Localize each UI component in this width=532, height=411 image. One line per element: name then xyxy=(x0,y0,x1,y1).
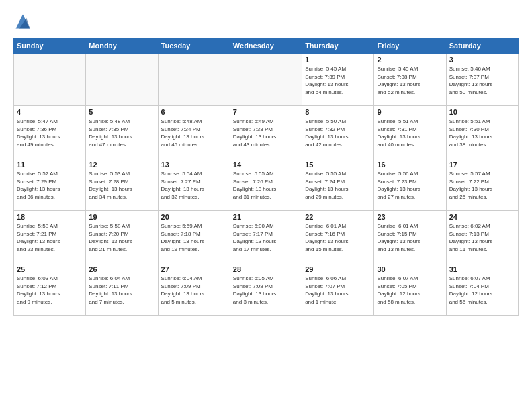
logo xyxy=(13,12,35,31)
calendar-cell: 22Sunrise: 6:01 AM Sunset: 7:16 PM Dayli… xyxy=(302,211,374,263)
calendar-cell: 27Sunrise: 6:04 AM Sunset: 7:09 PM Dayli… xyxy=(158,263,230,316)
day-number: 13 xyxy=(161,161,227,169)
calendar-cell: 16Sunrise: 5:56 AM Sunset: 7:23 PM Dayli… xyxy=(374,158,446,211)
calendar-cell: 11Sunrise: 5:52 AM Sunset: 7:29 PM Dayli… xyxy=(14,158,86,211)
cell-info: Sunrise: 5:55 AM Sunset: 7:24 PM Dayligh… xyxy=(305,170,371,201)
day-number: 6 xyxy=(161,108,227,116)
calendar-cell: 8Sunrise: 5:50 AM Sunset: 7:32 PM Daylig… xyxy=(302,106,374,158)
cell-info: Sunrise: 6:00 AM Sunset: 7:17 PM Dayligh… xyxy=(233,222,299,253)
day-number: 23 xyxy=(377,213,443,221)
cell-info: Sunrise: 5:46 AM Sunset: 7:37 PM Dayligh… xyxy=(449,65,515,96)
cell-info: Sunrise: 6:06 AM Sunset: 7:07 PM Dayligh… xyxy=(305,275,371,306)
calendar-cell: 13Sunrise: 5:54 AM Sunset: 7:27 PM Dayli… xyxy=(158,158,230,211)
day-number: 2 xyxy=(377,56,443,64)
cell-info: Sunrise: 6:03 AM Sunset: 7:12 PM Dayligh… xyxy=(17,275,83,306)
day-number: 8 xyxy=(305,108,371,116)
calendar-cell: 15Sunrise: 5:55 AM Sunset: 7:24 PM Dayli… xyxy=(302,158,374,211)
calendar-cell xyxy=(14,54,86,106)
cell-info: Sunrise: 5:55 AM Sunset: 7:26 PM Dayligh… xyxy=(233,170,299,201)
cell-info: Sunrise: 5:47 AM Sunset: 7:36 PM Dayligh… xyxy=(17,118,83,148)
day-number: 19 xyxy=(89,213,154,221)
day-number: 22 xyxy=(305,213,371,221)
cell-info: Sunrise: 5:45 AM Sunset: 7:38 PM Dayligh… xyxy=(377,65,443,96)
day-number: 11 xyxy=(17,161,83,169)
day-number: 5 xyxy=(89,108,154,116)
day-number: 28 xyxy=(233,265,299,273)
cell-info: Sunrise: 5:52 AM Sunset: 7:29 PM Dayligh… xyxy=(17,170,83,201)
calendar-week-row: 18Sunrise: 5:58 AM Sunset: 7:21 PM Dayli… xyxy=(14,211,519,263)
weekday-header: Monday xyxy=(86,38,158,54)
calendar-cell: 23Sunrise: 6:01 AM Sunset: 7:15 PM Dayli… xyxy=(374,211,446,263)
day-number: 29 xyxy=(305,265,371,273)
day-number: 18 xyxy=(17,213,83,221)
cell-info: Sunrise: 5:59 AM Sunset: 7:18 PM Dayligh… xyxy=(161,222,227,253)
day-number: 3 xyxy=(449,56,515,64)
calendar-cell: 6Sunrise: 5:48 AM Sunset: 7:34 PM Daylig… xyxy=(158,106,230,158)
calendar-cell: 24Sunrise: 6:02 AM Sunset: 7:13 PM Dayli… xyxy=(446,211,518,263)
cell-info: Sunrise: 5:51 AM Sunset: 7:31 PM Dayligh… xyxy=(377,118,443,148)
calendar-week-row: 25Sunrise: 6:03 AM Sunset: 7:12 PM Dayli… xyxy=(14,263,519,316)
weekday-header: Thursday xyxy=(302,38,374,54)
calendar-cell: 3Sunrise: 5:46 AM Sunset: 7:37 PM Daylig… xyxy=(446,54,518,106)
cell-info: Sunrise: 5:48 AM Sunset: 7:34 PM Dayligh… xyxy=(161,118,227,148)
cell-info: Sunrise: 5:58 AM Sunset: 7:20 PM Dayligh… xyxy=(89,222,154,253)
cell-info: Sunrise: 6:01 AM Sunset: 7:16 PM Dayligh… xyxy=(305,222,371,253)
calendar-cell: 2Sunrise: 5:45 AM Sunset: 7:38 PM Daylig… xyxy=(374,54,446,106)
calendar-cell: 19Sunrise: 5:58 AM Sunset: 7:20 PM Dayli… xyxy=(86,211,158,263)
cell-info: Sunrise: 6:04 AM Sunset: 7:11 PM Dayligh… xyxy=(89,275,154,306)
cell-info: Sunrise: 5:49 AM Sunset: 7:33 PM Dayligh… xyxy=(233,118,299,148)
cell-info: Sunrise: 6:02 AM Sunset: 7:13 PM Dayligh… xyxy=(449,222,515,253)
day-number: 25 xyxy=(17,265,83,273)
header xyxy=(13,12,519,31)
cell-info: Sunrise: 6:05 AM Sunset: 7:08 PM Dayligh… xyxy=(233,275,299,306)
calendar-week-row: 11Sunrise: 5:52 AM Sunset: 7:29 PM Dayli… xyxy=(14,158,519,211)
day-number: 10 xyxy=(449,108,515,116)
calendar-cell: 12Sunrise: 5:53 AM Sunset: 7:28 PM Dayli… xyxy=(86,158,158,211)
cell-info: Sunrise: 6:07 AM Sunset: 7:04 PM Dayligh… xyxy=(449,275,515,306)
cell-info: Sunrise: 5:51 AM Sunset: 7:30 PM Dayligh… xyxy=(449,118,515,148)
calendar-cell: 31Sunrise: 6:07 AM Sunset: 7:04 PM Dayli… xyxy=(446,263,518,316)
calendar-cell: 7Sunrise: 5:49 AM Sunset: 7:33 PM Daylig… xyxy=(230,106,302,158)
calendar-week-row: 4Sunrise: 5:47 AM Sunset: 7:36 PM Daylig… xyxy=(14,106,519,158)
calendar-cell xyxy=(230,54,302,106)
day-number: 21 xyxy=(233,213,299,221)
day-number: 16 xyxy=(377,161,443,169)
day-number: 9 xyxy=(377,108,443,116)
calendar-cell xyxy=(86,54,158,106)
cell-info: Sunrise: 5:48 AM Sunset: 7:35 PM Dayligh… xyxy=(89,118,154,148)
cell-info: Sunrise: 5:57 AM Sunset: 7:22 PM Dayligh… xyxy=(449,170,515,201)
calendar-cell: 14Sunrise: 5:55 AM Sunset: 7:26 PM Dayli… xyxy=(230,158,302,211)
day-number: 27 xyxy=(161,265,227,273)
calendar-cell: 21Sunrise: 6:00 AM Sunset: 7:17 PM Dayli… xyxy=(230,211,302,263)
day-number: 26 xyxy=(89,265,154,273)
calendar-cell: 5Sunrise: 5:48 AM Sunset: 7:35 PM Daylig… xyxy=(86,106,158,158)
calendar-page: SundayMondayTuesdayWednesdayThursdayFrid… xyxy=(0,0,532,411)
calendar-cell: 4Sunrise: 5:47 AM Sunset: 7:36 PM Daylig… xyxy=(14,106,86,158)
calendar-cell: 30Sunrise: 6:07 AM Sunset: 7:05 PM Dayli… xyxy=(374,263,446,316)
cell-info: Sunrise: 6:04 AM Sunset: 7:09 PM Dayligh… xyxy=(161,275,227,306)
weekday-header: Wednesday xyxy=(230,38,302,54)
logo-icon xyxy=(13,12,32,31)
cell-info: Sunrise: 6:01 AM Sunset: 7:15 PM Dayligh… xyxy=(377,222,443,253)
cell-info: Sunrise: 5:50 AM Sunset: 7:32 PM Dayligh… xyxy=(305,118,371,148)
day-number: 4 xyxy=(17,108,83,116)
calendar-cell: 1Sunrise: 5:45 AM Sunset: 7:39 PM Daylig… xyxy=(302,54,374,106)
cell-info: Sunrise: 5:56 AM Sunset: 7:23 PM Dayligh… xyxy=(377,170,443,201)
calendar-cell: 9Sunrise: 5:51 AM Sunset: 7:31 PM Daylig… xyxy=(374,106,446,158)
cell-info: Sunrise: 6:07 AM Sunset: 7:05 PM Dayligh… xyxy=(377,275,443,306)
calendar-cell xyxy=(158,54,230,106)
calendar-cell: 10Sunrise: 5:51 AM Sunset: 7:30 PM Dayli… xyxy=(446,106,518,158)
calendar-table: SundayMondayTuesdayWednesdayThursdayFrid… xyxy=(13,38,519,316)
calendar-cell: 25Sunrise: 6:03 AM Sunset: 7:12 PM Dayli… xyxy=(14,263,86,316)
weekday-header: Friday xyxy=(374,38,446,54)
weekday-header: Tuesday xyxy=(158,38,230,54)
day-number: 7 xyxy=(233,108,299,116)
cell-info: Sunrise: 5:58 AM Sunset: 7:21 PM Dayligh… xyxy=(17,222,83,253)
weekday-header: Saturday xyxy=(446,38,518,54)
calendar-cell: 26Sunrise: 6:04 AM Sunset: 7:11 PM Dayli… xyxy=(86,263,158,316)
cell-info: Sunrise: 5:45 AM Sunset: 7:39 PM Dayligh… xyxy=(305,65,371,96)
day-number: 31 xyxy=(449,265,515,273)
calendar-cell: 20Sunrise: 5:59 AM Sunset: 7:18 PM Dayli… xyxy=(158,211,230,263)
calendar-cell: 17Sunrise: 5:57 AM Sunset: 7:22 PM Dayli… xyxy=(446,158,518,211)
calendar-cell: 28Sunrise: 6:05 AM Sunset: 7:08 PM Dayli… xyxy=(230,263,302,316)
